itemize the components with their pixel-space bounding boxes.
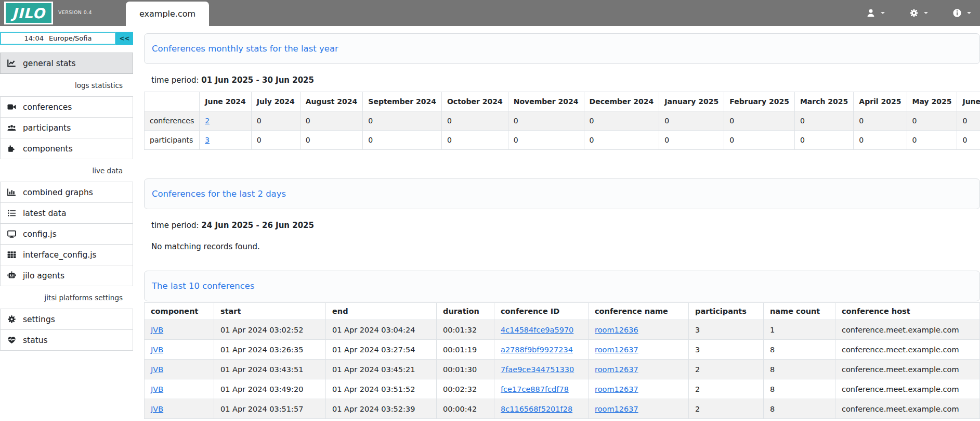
monthly-value-cell: 0 bbox=[251, 111, 300, 131]
monthly-stats-title[interactable]: Conferences monthly stats for the last y… bbox=[152, 44, 338, 54]
monthly-value-cell: 0 bbox=[724, 111, 795, 131]
video-camera-icon bbox=[7, 103, 16, 111]
conference-cell-duration: 00:01:30 bbox=[437, 360, 494, 379]
monthly-month-header: May 2025 bbox=[907, 92, 957, 111]
clock-timezone: Europe/Sofia bbox=[49, 34, 92, 42]
sidebar-item-label: config.js bbox=[23, 229, 57, 239]
top-bar: JILO VERSION 0.4 example.com bbox=[0, 0, 980, 26]
conference-link[interactable]: 4c14584fce9a5970 bbox=[501, 326, 573, 334]
last-10-col-header-conference-host: conference host bbox=[835, 303, 980, 320]
bar-chart-icon bbox=[7, 188, 16, 197]
sidebar-item-participants[interactable]: participants bbox=[0, 117, 133, 138]
monthly-value-cell: 0 bbox=[957, 111, 980, 131]
chart-line-icon bbox=[7, 59, 16, 68]
conference-link[interactable]: room12636 bbox=[595, 326, 638, 334]
sidebar-item-components[interactable]: components bbox=[0, 138, 133, 159]
monthly-value-cell: 0 bbox=[584, 111, 659, 131]
conference-row: JVB01 Apr 2024 03:51:5701 Apr 2024 03:52… bbox=[145, 399, 980, 419]
sidebar-collapse-button[interactable]: << bbox=[116, 32, 133, 45]
last-10-col-header-component: component bbox=[145, 303, 214, 320]
sidebar-item-settings[interactable]: settings bbox=[0, 309, 133, 330]
monthly-value-cell: 0 bbox=[300, 111, 363, 131]
sidebar-item-interface-config-js[interactable]: interface_config.js bbox=[0, 244, 133, 265]
sidebar-section-label: jitsi platforms settings bbox=[0, 286, 133, 309]
monthly-value-cell: 0 bbox=[300, 131, 363, 150]
conference-cell-participants: 3 bbox=[689, 320, 764, 340]
conference-cell-duration: 00:01:32 bbox=[437, 320, 494, 340]
gear-icon bbox=[7, 315, 16, 324]
monthly-value-cell: 0 bbox=[724, 131, 795, 150]
monthly-month-header: March 2025 bbox=[794, 92, 853, 111]
grid-icon bbox=[7, 250, 16, 259]
conference-cell-participants: 2 bbox=[689, 399, 764, 419]
conference-cell-conference-host: conference.meet.example.com bbox=[835, 340, 980, 360]
time-period-label: time period: bbox=[151, 75, 199, 85]
sidebar-item-jilo-agents[interactable]: jilo agents bbox=[0, 265, 133, 286]
monthly-month-header: August 2024 bbox=[300, 92, 363, 111]
sidebar-item-general-stats[interactable]: general stats bbox=[0, 53, 133, 74]
last-10-col-header-duration: duration bbox=[437, 303, 494, 320]
sidebar-section-label: logs statistics bbox=[0, 74, 133, 97]
monthly-stats-card-header: Conferences monthly stats for the last y… bbox=[144, 33, 980, 64]
no-records-message: No matching records found. bbox=[151, 241, 980, 252]
sidebar-item-label: components bbox=[23, 144, 73, 154]
conference-link[interactable]: JVB bbox=[151, 326, 163, 334]
desktop-icon bbox=[7, 229, 16, 238]
conference-link[interactable]: a2788f9bf9927234 bbox=[501, 346, 573, 354]
conference-link[interactable]: room12637 bbox=[595, 365, 638, 374]
conference-row: JVB01 Apr 2024 03:49:2001 Apr 2024 03:51… bbox=[145, 379, 980, 399]
monthly-value-cell: 0 bbox=[659, 111, 724, 131]
conference-link[interactable]: room12637 bbox=[595, 346, 638, 354]
last-2-days-title[interactable]: Conferences for the last 2 days bbox=[152, 189, 286, 199]
last-10-title[interactable]: The last 10 conferences bbox=[152, 281, 255, 291]
conference-link[interactable]: JVB bbox=[151, 385, 163, 393]
info-circle-icon bbox=[952, 8, 962, 18]
sidebar-section-label: live data bbox=[0, 159, 133, 182]
settings-menu[interactable] bbox=[909, 8, 929, 18]
conference-cell-duration: 00:00:42 bbox=[437, 399, 494, 419]
monthly-month-header: January 2025 bbox=[659, 92, 724, 111]
monthly-value-link[interactable]: 3 bbox=[205, 136, 210, 144]
monthly-stats-table: June 2024July 2024August 2024September 2… bbox=[144, 92, 980, 150]
heart-pulse-icon bbox=[7, 336, 16, 345]
conference-link[interactable]: 8c116568f5201f28 bbox=[501, 405, 572, 413]
info-menu[interactable] bbox=[952, 8, 972, 18]
users-icon bbox=[7, 123, 16, 132]
conference-cell-end: 01 Apr 2024 03:27:54 bbox=[326, 340, 437, 360]
monthly-value-cell: 0 bbox=[363, 111, 442, 131]
conference-link[interactable]: JVB bbox=[151, 365, 163, 374]
sidebar-item-conferences[interactable]: conferences bbox=[0, 96, 133, 118]
conference-link[interactable]: JVB bbox=[151, 346, 163, 354]
conference-cell-conference-ID: 8c116568f5201f28 bbox=[494, 399, 589, 419]
monthly-value-cell: 0 bbox=[441, 111, 508, 131]
sidebar-item-combined-graphs[interactable]: combined graphs bbox=[0, 182, 133, 203]
last-10-col-header-conference-name: conference name bbox=[589, 303, 689, 320]
sidebar-item-label: settings bbox=[23, 315, 55, 324]
time-period-label: time period: bbox=[151, 221, 199, 230]
monthly-value-cell: 3 bbox=[200, 131, 251, 150]
conference-cell-component: JVB bbox=[145, 399, 214, 419]
last-10-col-header-start: start bbox=[214, 303, 326, 320]
sidebar-nav: general statslogs statisticsconferencesp… bbox=[0, 53, 133, 351]
conference-link[interactable]: JVB bbox=[151, 405, 163, 413]
monthly-value-cell: 0 bbox=[584, 131, 659, 150]
conference-link[interactable]: room12637 bbox=[595, 405, 638, 413]
sidebar: 14:04 Europe/Sofia << general statslogs … bbox=[0, 26, 133, 421]
conference-cell-end: 01 Apr 2024 03:04:24 bbox=[326, 320, 437, 340]
conference-cell-start: 01 Apr 2024 03:26:35 bbox=[214, 340, 326, 360]
user-menu[interactable] bbox=[866, 8, 885, 18]
conference-link[interactable]: room12637 bbox=[595, 385, 638, 393]
conference-link[interactable]: fce17ce887fcdf78 bbox=[501, 385, 569, 393]
sidebar-item-config-js[interactable]: config.js bbox=[0, 223, 133, 245]
conference-row: JVB01 Apr 2024 03:26:3501 Apr 2024 03:27… bbox=[145, 340, 980, 360]
monthly-value-link[interactable]: 2 bbox=[205, 117, 210, 125]
conference-link[interactable]: 7fae9ce344751330 bbox=[501, 365, 574, 374]
section-monthly-stats: Conferences monthly stats for the last y… bbox=[144, 33, 980, 150]
sidebar-item-latest-data[interactable]: latest data bbox=[0, 202, 133, 224]
platform-tab[interactable]: example.com bbox=[126, 2, 209, 26]
sidebar-item-status[interactable]: status bbox=[0, 329, 133, 351]
conference-cell-conference-name: room12636 bbox=[589, 320, 689, 340]
monthly-month-header: September 2024 bbox=[363, 92, 442, 111]
last-10-card-header: The last 10 conferences bbox=[144, 271, 980, 301]
monthly-month-header: June 2025 bbox=[957, 92, 980, 111]
